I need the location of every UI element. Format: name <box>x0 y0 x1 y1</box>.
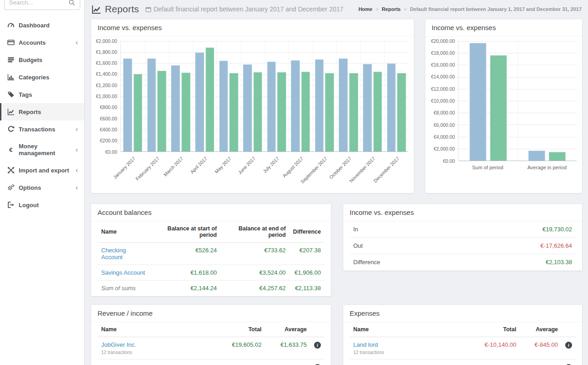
y-tick-label: €2,000.00 <box>96 38 117 44</box>
y-tick-label: €0.00 <box>105 149 117 155</box>
x-tick-label: September 2017 <box>312 152 336 188</box>
x-tick-label: July 2017 <box>264 152 289 188</box>
chevron-left-icon: ‹ <box>76 185 78 190</box>
credit-card-icon <box>7 39 15 46</box>
row-label: Difference <box>350 254 455 271</box>
info-icon[interactable]: i <box>565 342 572 349</box>
name-cell: Checking Account <box>98 243 150 265</box>
x-axis: Sum of periodAverage in period <box>458 161 577 175</box>
y-axis: €20,000.00€18,000.00€16,000.00€14,000.00… <box>429 41 458 161</box>
chevron-left-icon: ‹ <box>76 40 78 45</box>
sidebar-item-label: Money management <box>19 143 72 156</box>
income-bar <box>387 63 396 151</box>
amount-cell: €19,730.02 <box>455 221 576 238</box>
breadcrumb-separator: > <box>404 6 407 12</box>
y-tick-label: €2,000.00 <box>433 146 455 151</box>
info-icon[interactable]: i <box>314 342 321 349</box>
account-link[interactable]: Savings Account <box>101 269 145 276</box>
column-header: Average <box>265 322 310 337</box>
sidebar-item-label: Categories <box>19 74 49 81</box>
card-title: Revenue / income <box>91 305 331 322</box>
monthly-bar-chart: €2,000.00€1,800.00€1,600.00€1,400.00€1,2… <box>95 41 408 188</box>
sidebar-item-label: Logout <box>19 202 39 209</box>
bar-group <box>384 41 408 151</box>
sidebar-item-categories[interactable]: Categories <box>0 68 84 86</box>
income-expenses-sum-chart-card: Income vs. expenses €20,000.00€18,000.00… <box>425 19 583 193</box>
arrows-icon <box>7 167 15 174</box>
sidebar-item-accounts[interactable]: Accounts‹ <box>0 34 84 51</box>
average-cell: €1,633.75 <box>265 337 310 360</box>
sidebar-item-reports[interactable]: Reports <box>0 103 84 120</box>
table-row: Savings Account€1,618.00€3,524.00€1,906.… <box>98 265 325 281</box>
y-tick-label: €8,000.00 <box>433 110 455 115</box>
income-bar <box>243 64 252 151</box>
breadcrumb-current: Default financial report between January… <box>410 6 582 12</box>
y-tick-label: €1,400.00 <box>96 71 117 77</box>
total-cell: €125.00 <box>216 360 265 365</box>
sum-average-bar-chart: €20,000.00€18,000.00€16,000.00€14,000.00… <box>429 41 577 175</box>
sidebar-item-budgets[interactable]: Budgets <box>0 51 84 68</box>
income-bar <box>291 60 300 151</box>
entity-link[interactable]: JobGiver Inc. <box>101 341 136 348</box>
sidebar-item-label: Reports <box>19 109 41 115</box>
main-content: Reports Default financial report between… <box>85 0 588 365</box>
x-tick-text: Average in period <box>527 165 567 170</box>
income-bar <box>339 58 348 151</box>
sidebar-item-transactions[interactable]: Transactions‹ <box>0 120 84 138</box>
income-bar <box>469 43 486 161</box>
bar-group <box>313 41 337 151</box>
search-input[interactable] <box>9 0 68 6</box>
row-label: Out <box>350 238 455 254</box>
info-cell: i <box>310 337 325 360</box>
table-row: Shell36 transactions€-1,703.22€-47.31i <box>350 360 576 365</box>
sidebar-item-options[interactable]: Options‹ <box>0 179 84 196</box>
y-tick-label: €0.00 <box>443 158 455 164</box>
income-bar <box>363 64 372 151</box>
account-link[interactable]: Checking Account <box>101 247 126 261</box>
sidebar-item-money-management[interactable]: €Money management‹ <box>0 138 84 162</box>
y-tick-label: €18,000.00 <box>431 50 455 56</box>
y-tick-label: €4,000.00 <box>433 134 455 140</box>
x-tick-label: December 2017 <box>384 152 408 188</box>
bar-group <box>518 41 577 161</box>
y-tick-label: €200.00 <box>100 138 117 143</box>
expenses-bar <box>397 73 406 151</box>
income-bar <box>123 58 132 151</box>
card-title: Income vs. expenses <box>425 19 582 36</box>
table-row: In€19,730.02 <box>350 221 576 238</box>
bar-group <box>169 41 193 151</box>
x-tick-text: April 2017 <box>189 156 208 175</box>
amount-cell: €3,524.00 <box>221 265 289 281</box>
breadcrumb-link[interactable]: Home <box>358 6 372 12</box>
table-row: Sum of sums€2,144.24€4,257.62€2,113.38 <box>98 281 325 296</box>
sidebar-item-tags[interactable]: Tags <box>0 86 84 103</box>
table-header-row: NameTotalAverage <box>98 322 325 337</box>
sidebar-item-logout[interactable]: Logout <box>0 196 84 214</box>
bar-groups <box>121 41 408 151</box>
y-tick-label: €14,000.00 <box>431 74 455 79</box>
sidebar-item-label: Accounts <box>19 39 46 46</box>
y-tick-label: €1,000.00 <box>96 94 117 99</box>
column-header: Balance at end of period <box>221 221 289 243</box>
name-cell: Sum of sums <box>98 281 150 296</box>
y-tick-label: €1,800.00 <box>96 49 117 55</box>
bar-group <box>361 41 385 151</box>
income-expenses-monthly-chart-card: Income vs. expenses €2,000.00€1,800.00€1… <box>91 19 414 193</box>
bar-group <box>459 41 518 161</box>
y-tick-label: €12,000.00 <box>431 86 455 92</box>
expenses-bar <box>134 74 143 151</box>
account-balances-table: NameBalance at start of periodBalance at… <box>98 221 325 296</box>
refresh-icon <box>7 125 15 133</box>
amount-cell: €2,113.38 <box>289 281 325 296</box>
entity-link[interactable]: Land lord <box>353 341 378 348</box>
y-tick-label: €6,000.00 <box>433 122 455 128</box>
name-cell: Bank <box>98 360 216 365</box>
sidebar-item-import-and-export[interactable]: Import and export‹ <box>0 162 84 179</box>
expenses-bar <box>549 152 566 161</box>
table-row: Checking Account€526.24€733.62€207.38 <box>98 243 325 265</box>
account-balances-card: Account balances NameBalance at start of… <box>91 203 331 297</box>
table-row: Bank€125.00—i <box>98 360 325 365</box>
breadcrumb-link[interactable]: Reports <box>382 6 401 12</box>
sidebar-item-dashboard[interactable]: Dashboard <box>0 16 84 34</box>
card-title: Income vs. expenses <box>91 19 414 36</box>
